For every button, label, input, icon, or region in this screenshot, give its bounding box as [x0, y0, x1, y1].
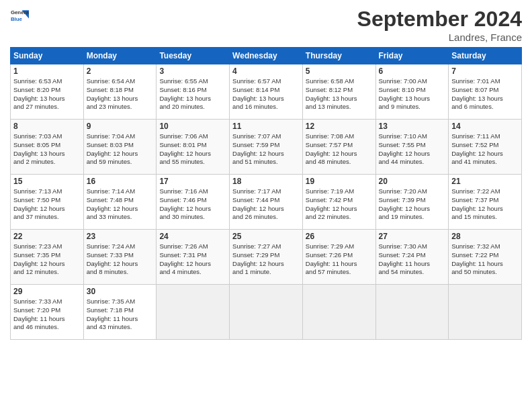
calendar-cell: 28Sunrise: 7:32 AM Sunset: 7:22 PM Dayli…	[449, 230, 522, 285]
calendar-cell	[375, 285, 449, 340]
day-info: Sunrise: 7:16 AM Sunset: 7:46 PM Dayligh…	[159, 187, 226, 222]
day-info: Sunrise: 7:08 AM Sunset: 7:57 PM Dayligh…	[306, 132, 373, 167]
calendar-cell: 11Sunrise: 7:07 AM Sunset: 7:59 PM Dayli…	[230, 120, 303, 175]
day-number: 30	[87, 287, 154, 296]
day-info: Sunrise: 7:23 AM Sunset: 7:35 PM Dayligh…	[13, 242, 81, 277]
calendar-cell: 15Sunrise: 7:13 AM Sunset: 7:50 PM Dayli…	[11, 175, 84, 230]
calendar-week-1: 1Sunrise: 6:53 AM Sunset: 8:20 PM Daylig…	[11, 64, 522, 120]
column-header-wednesday: Wednesday	[230, 48, 303, 64]
day-info: Sunrise: 7:20 AM Sunset: 7:39 PM Dayligh…	[379, 187, 446, 222]
day-number: 8	[13, 122, 81, 131]
day-info: Sunrise: 7:17 AM Sunset: 7:44 PM Dayligh…	[232, 187, 300, 222]
location: Landres, France	[357, 32, 522, 43]
day-info: Sunrise: 7:10 AM Sunset: 7:55 PM Dayligh…	[379, 132, 446, 167]
calendar-cell: 13Sunrise: 7:10 AM Sunset: 7:55 PM Dayli…	[375, 120, 449, 175]
column-header-thursday: Thursday	[302, 48, 375, 64]
calendar-cell: 9Sunrise: 7:04 AM Sunset: 8:03 PM Daylig…	[83, 120, 157, 175]
calendar-cell	[302, 285, 375, 340]
calendar-cell: 29Sunrise: 7:33 AM Sunset: 7:20 PM Dayli…	[11, 285, 84, 340]
day-number: 21	[451, 177, 519, 186]
calendar-cell: 5Sunrise: 6:58 AM Sunset: 8:12 PM Daylig…	[302, 64, 375, 120]
day-number: 18	[232, 177, 300, 186]
day-info: Sunrise: 6:58 AM Sunset: 8:12 PM Dayligh…	[306, 77, 373, 111]
day-info: Sunrise: 7:04 AM Sunset: 8:03 PM Dayligh…	[87, 132, 154, 167]
day-number: 15	[13, 177, 81, 186]
day-number: 5	[306, 66, 373, 76]
calendar-cell: 30Sunrise: 7:35 AM Sunset: 7:18 PM Dayli…	[83, 285, 157, 340]
day-number: 24	[159, 232, 226, 241]
calendar-cell: 7Sunrise: 7:01 AM Sunset: 8:07 PM Daylig…	[449, 64, 522, 120]
logo-icon: General Blue	[10, 7, 29, 26]
calendar-cell: 12Sunrise: 7:08 AM Sunset: 7:57 PM Dayli…	[302, 120, 375, 175]
day-info: Sunrise: 7:27 AM Sunset: 7:29 PM Dayligh…	[232, 242, 300, 277]
calendar-cell	[449, 285, 522, 340]
calendar-cell: 8Sunrise: 7:03 AM Sunset: 8:05 PM Daylig…	[11, 120, 84, 175]
calendar-cell	[157, 285, 230, 340]
day-number: 26	[306, 232, 373, 241]
calendar-cell: 23Sunrise: 7:24 AM Sunset: 7:33 PM Dayli…	[83, 230, 157, 285]
day-number: 25	[232, 232, 300, 241]
column-header-saturday: Saturday	[449, 48, 522, 64]
calendar-cell: 1Sunrise: 6:53 AM Sunset: 8:20 PM Daylig…	[11, 64, 84, 120]
calendar-header-row: SundayMondayTuesdayWednesdayThursdayFrid…	[11, 48, 522, 64]
day-number: 28	[451, 232, 519, 241]
calendar-cell: 26Sunrise: 7:29 AM Sunset: 7:26 PM Dayli…	[302, 230, 375, 285]
calendar-cell: 24Sunrise: 7:26 AM Sunset: 7:31 PM Dayli…	[157, 230, 230, 285]
day-info: Sunrise: 6:53 AM Sunset: 8:20 PM Dayligh…	[13, 77, 81, 111]
calendar-table: SundayMondayTuesdayWednesdayThursdayFrid…	[10, 47, 522, 340]
calendar-cell: 3Sunrise: 6:55 AM Sunset: 8:16 PM Daylig…	[157, 64, 230, 120]
day-info: Sunrise: 6:55 AM Sunset: 8:16 PM Dayligh…	[159, 77, 226, 111]
day-info: Sunrise: 7:30 AM Sunset: 7:24 PM Dayligh…	[379, 242, 446, 277]
calendar-week-2: 8Sunrise: 7:03 AM Sunset: 8:05 PM Daylig…	[11, 120, 522, 175]
day-number: 12	[306, 122, 373, 131]
calendar-cell: 27Sunrise: 7:30 AM Sunset: 7:24 PM Dayli…	[375, 230, 449, 285]
day-info: Sunrise: 7:03 AM Sunset: 8:05 PM Dayligh…	[13, 132, 81, 167]
logo: General Blue	[10, 7, 29, 26]
column-header-monday: Monday	[83, 48, 157, 64]
day-info: Sunrise: 6:57 AM Sunset: 8:14 PM Dayligh…	[232, 77, 300, 111]
day-info: Sunrise: 7:13 AM Sunset: 7:50 PM Dayligh…	[13, 187, 81, 222]
calendar-cell: 16Sunrise: 7:14 AM Sunset: 7:48 PM Dayli…	[83, 175, 157, 230]
header: General Blue September 2024 Landres, Fra…	[10, 7, 522, 43]
day-number: 17	[159, 177, 226, 186]
calendar-week-4: 22Sunrise: 7:23 AM Sunset: 7:35 PM Dayli…	[11, 230, 522, 285]
calendar-cell: 21Sunrise: 7:22 AM Sunset: 7:37 PM Dayli…	[449, 175, 522, 230]
month-title: September 2024	[357, 7, 522, 32]
day-info: Sunrise: 6:54 AM Sunset: 8:18 PM Dayligh…	[87, 77, 154, 111]
day-info: Sunrise: 7:33 AM Sunset: 7:20 PM Dayligh…	[13, 298, 81, 332]
column-header-tuesday: Tuesday	[157, 48, 230, 64]
calendar-cell: 4Sunrise: 6:57 AM Sunset: 8:14 PM Daylig…	[230, 64, 303, 120]
day-number: 22	[13, 232, 81, 241]
calendar-cell: 19Sunrise: 7:19 AM Sunset: 7:42 PM Dayli…	[302, 175, 375, 230]
calendar-cell: 22Sunrise: 7:23 AM Sunset: 7:35 PM Dayli…	[11, 230, 84, 285]
day-number: 16	[87, 177, 154, 186]
day-info: Sunrise: 7:29 AM Sunset: 7:26 PM Dayligh…	[306, 242, 373, 277]
page-container: General Blue September 2024 Landres, Fra…	[0, 0, 532, 347]
day-number: 20	[379, 177, 446, 186]
day-number: 29	[13, 287, 81, 296]
day-info: Sunrise: 7:19 AM Sunset: 7:42 PM Dayligh…	[306, 187, 373, 222]
day-number: 2	[87, 66, 154, 76]
day-number: 7	[451, 66, 519, 76]
calendar-cell	[230, 285, 303, 340]
calendar-cell: 6Sunrise: 7:00 AM Sunset: 8:10 PM Daylig…	[375, 64, 449, 120]
svg-text:Blue: Blue	[11, 16, 23, 22]
day-number: 9	[87, 122, 154, 131]
calendar-week-5: 29Sunrise: 7:33 AM Sunset: 7:20 PM Dayli…	[11, 285, 522, 340]
title-block: September 2024 Landres, France	[357, 7, 522, 43]
day-number: 23	[87, 232, 154, 241]
day-info: Sunrise: 7:32 AM Sunset: 7:22 PM Dayligh…	[451, 242, 519, 277]
svg-text:General: General	[11, 9, 29, 15]
day-info: Sunrise: 7:22 AM Sunset: 7:37 PM Dayligh…	[451, 187, 519, 222]
calendar-cell: 14Sunrise: 7:11 AM Sunset: 7:52 PM Dayli…	[449, 120, 522, 175]
day-info: Sunrise: 7:26 AM Sunset: 7:31 PM Dayligh…	[159, 242, 226, 277]
day-number: 13	[379, 122, 446, 131]
day-number: 10	[159, 122, 226, 131]
calendar-cell: 18Sunrise: 7:17 AM Sunset: 7:44 PM Dayli…	[230, 175, 303, 230]
day-number: 27	[379, 232, 446, 241]
day-number: 1	[13, 66, 81, 76]
day-info: Sunrise: 7:06 AM Sunset: 8:01 PM Dayligh…	[159, 132, 226, 167]
day-info: Sunrise: 7:24 AM Sunset: 7:33 PM Dayligh…	[87, 242, 154, 277]
calendar-cell: 20Sunrise: 7:20 AM Sunset: 7:39 PM Dayli…	[375, 175, 449, 230]
day-info: Sunrise: 7:07 AM Sunset: 7:59 PM Dayligh…	[232, 132, 300, 167]
